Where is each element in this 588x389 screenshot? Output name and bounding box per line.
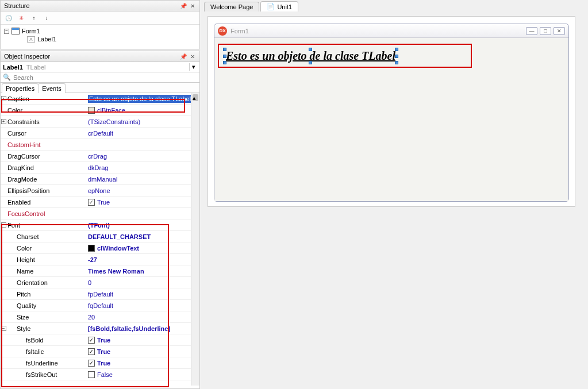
prop-value-color[interactable]: clBtnFace	[87, 105, 199, 115]
tool-blue-icon[interactable]: 🕒	[4, 13, 13, 22]
checkbox-icon[interactable]	[88, 371, 95, 378]
prop-value-fsbold[interactable]: ✓True	[87, 334, 199, 345]
prop-value-color[interactable]: clWindowText	[87, 242, 199, 253]
selection-handle[interactable]	[395, 55, 398, 58]
structure-header: Structure 📌 ✕	[1, 1, 199, 11]
prop-value-style[interactable]: [fsBold,fsItalic,fsUnderline]	[87, 323, 199, 334]
selection-handle[interactable]	[309, 61, 312, 64]
app-icon: DX	[218, 26, 227, 36]
prop-value-constraints[interactable]: (TSizeConstraints)	[87, 116, 199, 127]
checkbox-icon[interactable]: ✓	[88, 348, 95, 355]
expand-icon[interactable]: ›	[1, 96, 6, 101]
prop-row-style[interactable]: −Style[fsBold,fsItalic,fsUnderline]	[1, 323, 199, 334]
prop-row-dragcursor[interactable]: DragCursorcrDrag	[1, 151, 199, 162]
selection-handle[interactable]	[223, 48, 226, 51]
prop-row-fsstrikeout[interactable]: fsStrikeOutFalse	[1, 369, 199, 380]
prop-value-customhint[interactable]	[87, 139, 199, 150]
pin-icon[interactable]: 📌	[180, 2, 187, 9]
collapse-icon[interactable]: −	[4, 29, 9, 34]
prop-value-cursor[interactable]: crDefault	[87, 128, 199, 138]
form-body[interactable]: Esto es un objeto de la clase TLabel	[214, 38, 568, 201]
prop-value-charset[interactable]: DEFAULT_CHARSET	[87, 231, 199, 242]
prop-value-height[interactable]: -27	[87, 254, 199, 265]
expand-icon[interactable]: +	[1, 119, 6, 124]
tab-welcome[interactable]: Welcome Page	[204, 2, 259, 11]
prop-name-pitch: Pitch	[6, 288, 87, 299]
scroll-up-icon[interactable]: ▴	[193, 94, 198, 101]
dropdown-icon[interactable]: ▾	[189, 63, 197, 71]
arrow-up-icon[interactable]: ↑	[29, 13, 39, 22]
search-input[interactable]	[13, 74, 197, 81]
vertical-scrollbar[interactable]: ▴	[191, 93, 199, 386]
prop-value-size[interactable]: 20	[87, 311, 199, 322]
prop-row-fsbold[interactable]: fsBold✓True	[1, 334, 199, 346]
prop-row-caption[interactable]: ›CaptionEsto es un objeto de la clase TL…	[1, 93, 199, 105]
checkbox-icon[interactable]: ✓	[88, 360, 95, 367]
prop-row-pitch[interactable]: PitchfpDefault	[1, 288, 199, 300]
expand-icon[interactable]: −	[1, 222, 6, 228]
selection-handle[interactable]	[395, 48, 398, 51]
prop-row-fsunderline[interactable]: fsUnderline✓True	[1, 357, 199, 369]
prop-value-name[interactable]: Times New Roman	[87, 265, 199, 276]
prop-row-ellipsisposition[interactable]: EllipsisPositionepNone	[1, 185, 199, 197]
form-window[interactable]: DX Form1 — □ ✕ Esto es un objeto de la c…	[214, 24, 569, 202]
maximize-button[interactable]: □	[540, 27, 551, 35]
prop-row-fsitalic[interactable]: fsItalic✓True	[1, 346, 199, 357]
prop-value-fsitalic[interactable]: ✓True	[87, 346, 199, 357]
prop-value-fsunderline[interactable]: ✓True	[87, 357, 199, 368]
color-swatch-icon	[88, 245, 95, 252]
prop-value-ellipsisposition[interactable]: epNone	[87, 185, 199, 196]
tab-unit1[interactable]: 📄 Unit1	[260, 1, 298, 11]
selection-handle[interactable]	[395, 61, 398, 64]
prop-value-quality[interactable]: fqDefault	[87, 300, 199, 311]
close-button[interactable]: ✕	[554, 27, 565, 35]
prop-value-font[interactable]: (TFont)	[87, 219, 199, 230]
prop-row-color[interactable]: ColorclWindowText	[1, 242, 199, 254]
inspector-object-selector[interactable]: Label1 TLabel ▾	[1, 62, 199, 72]
prop-value-orientation[interactable]: 0	[87, 277, 199, 288]
prop-value-dragkind[interactable]: dkDrag	[87, 162, 199, 173]
tree-node-label[interactable]: A Label1	[4, 35, 196, 43]
prop-row-orientation[interactable]: Orientation0	[1, 277, 199, 288]
prop-row-cursor[interactable]: CursorcrDefault	[1, 128, 199, 139]
tree-node-form[interactable]: − Form1	[4, 27, 196, 35]
selection-handle[interactable]	[223, 61, 226, 64]
prop-value-enabled[interactable]: ✓True	[87, 197, 199, 207]
checkbox-icon[interactable]: ✓	[88, 199, 95, 206]
prop-row-size[interactable]: Size20	[1, 311, 199, 323]
prop-row-enabled[interactable]: Enabled✓True	[1, 197, 199, 208]
label-icon: A	[27, 36, 35, 43]
prop-value-pitch[interactable]: fpDefault	[87, 288, 199, 299]
prop-value-focuscontrol[interactable]	[87, 208, 199, 219]
checkbox-icon[interactable]: ✓	[88, 337, 95, 344]
selection-handle[interactable]	[223, 55, 226, 58]
prop-value-dragcursor[interactable]: crDrag	[87, 151, 199, 161]
prop-row-quality[interactable]: QualityfqDefault	[1, 300, 199, 311]
prop-row-height[interactable]: Height-27	[1, 254, 199, 265]
prop-row-focuscontrol[interactable]: FocusControl	[1, 208, 199, 219]
prop-name-dragcursor: DragCursor	[6, 151, 87, 161]
prop-row-name[interactable]: NameTimes New Roman	[1, 265, 199, 277]
form-titlebar[interactable]: DX Form1 — □ ✕	[214, 24, 568, 38]
tab-properties[interactable]: Properties	[2, 83, 39, 93]
prop-name-dragmode: DragMode	[6, 174, 87, 184]
selection-handle[interactable]	[309, 48, 312, 51]
prop-row-charset[interactable]: CharsetDEFAULT_CHARSET	[1, 231, 199, 242]
close-icon[interactable]: ✕	[189, 2, 196, 9]
prop-row-dragkind[interactable]: DragKinddkDrag	[1, 162, 199, 174]
prop-row-font[interactable]: −Font(TFont)	[1, 219, 199, 231]
prop-value-fsstrikeout[interactable]: False	[87, 369, 199, 380]
tool-red-icon[interactable]: ✳	[17, 13, 26, 22]
close-icon[interactable]: ✕	[189, 53, 196, 60]
prop-row-customhint[interactable]: CustomHint	[1, 139, 199, 151]
prop-value-caption[interactable]: Esto es un objeto de la clase TLabel	[87, 93, 199, 104]
prop-row-color[interactable]: ColorclBtnFace	[1, 105, 199, 116]
prop-row-constraints[interactable]: +Constraints(TSizeConstraints)	[1, 116, 199, 128]
prop-row-dragmode[interactable]: DragModedmManual	[1, 174, 199, 185]
arrow-down-icon[interactable]: ↓	[42, 13, 51, 22]
prop-value-dragmode[interactable]: dmManual	[87, 174, 199, 184]
tab-events[interactable]: Events	[38, 83, 66, 93]
expand-icon[interactable]: −	[1, 326, 6, 331]
pin-icon[interactable]: 📌	[180, 53, 187, 60]
minimize-button[interactable]: —	[526, 27, 537, 35]
